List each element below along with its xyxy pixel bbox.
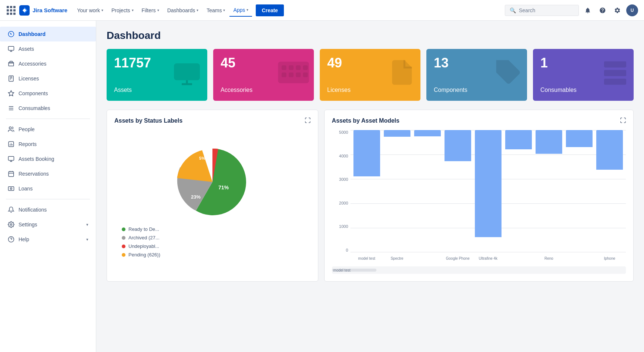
grid-menu-button[interactable] <box>6 5 16 16</box>
nav-projects[interactable]: Projects ▾ <box>108 4 137 16</box>
chart-scrollbar[interactable]: model test <box>332 266 626 274</box>
top-navigation: Jira Software Your work ▾ Projects ▾ Fil… <box>0 0 644 21</box>
sidebar-item-dashboard[interactable]: Dashboard <box>0 27 96 41</box>
reports-icon <box>7 140 15 148</box>
sidebar-item-reservations[interactable]: Reservations <box>0 166 96 181</box>
svg-rect-9 <box>9 172 14 177</box>
y-label-2000: 2000 <box>339 201 348 205</box>
nav-teams[interactable]: Teams ▾ <box>203 4 229 16</box>
y-axis: 5000 4000 3000 2000 1000 0 <box>332 130 350 252</box>
svg-text:5%: 5% <box>199 156 205 160</box>
bar-group-3 <box>445 130 471 252</box>
bar-3[interactable] <box>445 130 471 161</box>
bar-group-1 <box>384 130 410 252</box>
bars-container <box>350 130 626 252</box>
sidebar-item-licenses[interactable]: Licenses <box>0 71 96 86</box>
settings-icon <box>7 221 15 228</box>
sidebar-item-loans[interactable]: Loans <box>0 181 96 196</box>
create-button[interactable]: Create <box>256 4 284 16</box>
expand-bar-button[interactable]: ⛶ <box>620 117 626 124</box>
expand-pie-button[interactable]: ⛶ <box>305 117 311 124</box>
x-axis: model test Spectre Google Phone Ultrafin… <box>350 253 626 263</box>
sidebar-item-accessories[interactable]: Accessories <box>0 56 96 71</box>
bar-2[interactable] <box>414 130 441 136</box>
sidebar-label-dashboard: Dashboard <box>19 31 88 37</box>
nav-dashboards[interactable]: Dashboards ▾ <box>164 4 202 16</box>
bar-7[interactable] <box>566 130 593 147</box>
help-icon <box>7 236 15 243</box>
svg-rect-20 <box>289 73 294 77</box>
sidebar-label-loans: Loans <box>19 186 88 192</box>
chevron-down-icon: ▾ <box>86 237 88 242</box>
consumables-card[interactable]: 1 Consumables <box>533 49 634 101</box>
sidebar-section-secondary: People Reports Assets Booking <box>0 122 96 196</box>
assets-card-icon <box>170 60 204 90</box>
bar-chart-card: Assets by Asset Models ⛶ 5000 4000 3000 … <box>324 110 634 282</box>
assets-card[interactable]: 11757 Assets <box>107 49 207 101</box>
main-layout: Dashboard Assets Accessories <box>0 21 644 352</box>
main-content: Dashboard 11757 Assets 45 Accessories <box>96 21 644 352</box>
legend-item-ready: Ready to De... <box>122 226 160 232</box>
nav-filters[interactable]: Filters ▾ <box>138 4 163 16</box>
summary-cards: 11757 Assets 45 Accessories 49 <box>107 49 634 101</box>
dashboard-icon <box>7 30 15 38</box>
accessories-card[interactable]: 45 Accessories <box>213 49 314 101</box>
svg-rect-17 <box>296 65 301 70</box>
bar-group-8 <box>596 130 623 252</box>
bar-chart-area: 5000 4000 3000 2000 1000 0 <box>332 130 626 263</box>
sidebar-item-people[interactable]: People <box>0 122 96 137</box>
pie-chart-container: 71% 23% 5% Ready to De... Archived (27.. <box>114 130 311 258</box>
sidebar-label-reports: Reports <box>19 141 88 147</box>
y-label-5000: 5000 <box>339 130 348 135</box>
booking-icon <box>7 155 15 163</box>
bar-group-5 <box>505 130 532 252</box>
svg-point-2 <box>11 34 12 35</box>
bar-1[interactable] <box>384 130 410 137</box>
sidebar-item-help[interactable]: Help ▾ <box>0 232 96 247</box>
svg-text:23%: 23% <box>191 194 201 200</box>
bar-6[interactable] <box>536 130 562 154</box>
bar-0[interactable] <box>353 130 380 176</box>
sidebar-item-notifications[interactable]: Notifications <box>0 202 96 217</box>
user-avatar[interactable]: U <box>626 4 638 16</box>
bar-8[interactable] <box>596 130 623 170</box>
bar-5[interactable] <box>505 130 532 149</box>
bar-group-2 <box>414 130 441 252</box>
assets-icon <box>7 45 15 53</box>
nav-your-work[interactable]: Your work ▾ <box>73 4 107 16</box>
search-box[interactable]: 🔍 Search <box>505 5 579 16</box>
sidebar-label-assets-booking: Assets Booking <box>19 156 88 162</box>
y-label-4000: 4000 <box>339 154 348 158</box>
y-label-3000: 3000 <box>339 177 348 182</box>
licenses-card[interactable]: 49 Licenses <box>320 49 420 101</box>
sidebar-item-components[interactable]: Components <box>0 86 96 101</box>
chevron-down-icon: ▾ <box>101 8 103 12</box>
sidebar-item-assets-booking[interactable]: Assets Booking <box>0 152 96 166</box>
legend-item-pending: Pending (626)) <box>122 252 160 258</box>
notifications-button[interactable] <box>582 4 594 16</box>
chevron-down-icon: ▾ <box>86 222 88 227</box>
components-card[interactable]: 13 Components <box>426 49 527 101</box>
chevron-down-icon: ▾ <box>157 8 159 12</box>
settings-button[interactable] <box>611 4 623 16</box>
sidebar-item-consumables[interactable]: Consumables <box>0 101 96 116</box>
nav-apps[interactable]: Apps ▾ <box>229 4 252 17</box>
loans-icon <box>7 185 15 192</box>
svg-rect-13 <box>174 63 200 80</box>
bar-chart-title: Assets by Asset Models ⛶ <box>332 117 626 124</box>
pie-chart: 71% 23% 5% <box>175 145 249 219</box>
sidebar-item-reports[interactable]: Reports <box>0 137 96 152</box>
help-button[interactable] <box>597 4 608 16</box>
y-label-1000: 1000 <box>339 224 348 229</box>
legend-dot-undeployable <box>122 245 125 248</box>
components-card-icon <box>494 58 523 92</box>
sidebar-item-assets[interactable]: Assets <box>0 41 96 56</box>
logo[interactable]: Jira Software <box>19 5 67 16</box>
licenses-card-icon <box>387 58 417 92</box>
sidebar-item-settings[interactable]: Settings ▾ <box>0 217 96 232</box>
bar-4[interactable] <box>475 130 502 237</box>
chevron-down-icon: ▾ <box>246 8 248 12</box>
sidebar-label-licenses: Licenses <box>19 76 88 82</box>
sidebar-divider-1 <box>6 119 90 119</box>
search-icon: 🔍 <box>510 7 516 13</box>
